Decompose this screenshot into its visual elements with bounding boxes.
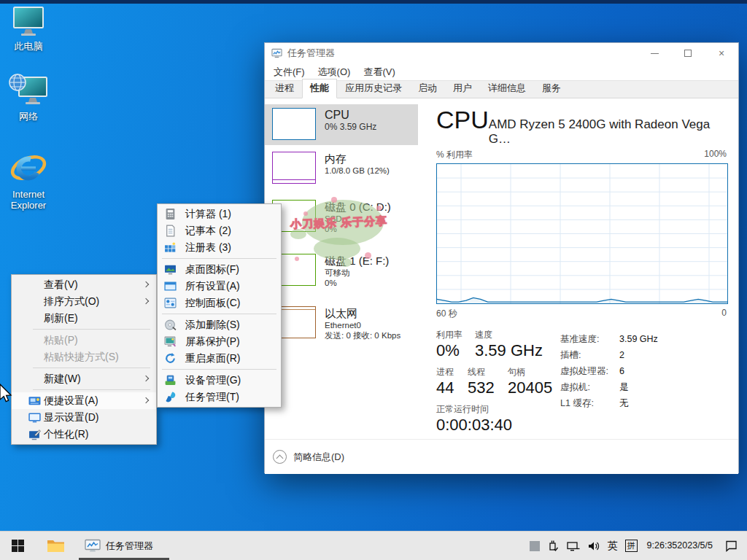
desktop-icon-internet-explorer[interactable]: Internet Explorer bbox=[0, 151, 57, 211]
submenu-item-registry[interactable]: 注册表 (3) bbox=[158, 239, 281, 256]
sidebar-item-memory[interactable]: 内存 1.0/8.0 GB (12%) bbox=[265, 148, 418, 189]
clock-time: 9:26:35 bbox=[647, 540, 678, 551]
clock-date: 2023/5/5 bbox=[677, 540, 713, 551]
desktop-icon-label: 网络 bbox=[0, 111, 57, 122]
submenu-item-notepad[interactable]: 记事本 (2) bbox=[158, 222, 281, 239]
desktop-icon-label: Internet Explorer bbox=[0, 189, 57, 211]
minimize-button[interactable] bbox=[638, 43, 671, 63]
menu-separator bbox=[162, 314, 276, 314]
maximize-button[interactable] bbox=[671, 43, 705, 63]
menu-item-personalize[interactable]: 个性化(R) bbox=[12, 426, 156, 443]
start-button[interactable] bbox=[0, 532, 35, 560]
menu-item-paste: 粘贴(P) bbox=[12, 332, 156, 349]
menu-options[interactable]: 选项(O) bbox=[311, 66, 357, 79]
control-panel-icon bbox=[164, 297, 177, 309]
menu-item-paste-shortcut: 粘贴快捷方式(S) bbox=[12, 349, 156, 365]
menu-separator bbox=[33, 329, 150, 330]
chart-zero-label: 0 bbox=[721, 308, 727, 320]
tray-clock[interactable]: 9:26:35 2023/5/5 bbox=[641, 532, 719, 560]
task-manager-icon bbox=[85, 539, 101, 553]
chart-axis-label: % 利用率 bbox=[436, 149, 473, 161]
menu-item-quick-settings[interactable]: 便捷设置(A) bbox=[12, 392, 156, 409]
menu-item-new[interactable]: 新建(W) bbox=[12, 370, 156, 387]
tray-hidden-icons[interactable] bbox=[526, 532, 543, 560]
screensaver-icon bbox=[164, 335, 177, 348]
submenu-item-calculator[interactable]: 计算器 (1) bbox=[158, 206, 281, 222]
tab-app-history[interactable]: 应用历史记录 bbox=[337, 79, 410, 98]
all-settings-icon bbox=[164, 280, 177, 292]
menu-item-sort-by[interactable]: 排序方式(O) bbox=[12, 293, 156, 310]
titlebar: 任务管理器 × bbox=[265, 43, 738, 63]
chevron-right-icon bbox=[143, 298, 149, 304]
performance-sidebar: CPU 0% 3.59 GHz 内存 1.0/8.0 GB (12%) 磁盘 0… bbox=[265, 98, 418, 439]
submenu-item-restart-desktop[interactable]: 重启桌面(R) bbox=[158, 350, 281, 367]
sidebar-item-ethernet[interactable]: 以太网 Ethernet0 发送: 0 接收: 0 Kbps bbox=[265, 303, 418, 348]
cpu-usage-chart bbox=[436, 163, 727, 306]
cpu-heading: CPU bbox=[436, 106, 489, 134]
tab-details[interactable]: 详细信息 bbox=[480, 79, 534, 98]
menu-file[interactable]: 文件(F) bbox=[267, 66, 311, 79]
tab-strip: 进程 性能 应用历史记录 启动 用户 详细信息 服务 bbox=[265, 80, 738, 98]
tab-services[interactable]: 服务 bbox=[534, 79, 569, 98]
task-manager-window: 任务管理器 × 文件(F) 选项(O) 查看(V) 进程 性能 应用历史记录 启… bbox=[264, 42, 739, 473]
action-center-icon bbox=[724, 540, 738, 552]
menu-view[interactable]: 查看(V) bbox=[357, 66, 401, 79]
submenu-item-device-manager[interactable]: 设备管理(G) bbox=[158, 372, 281, 389]
this-pc-icon bbox=[12, 6, 45, 38]
stat-handles: 句柄 20405 bbox=[508, 367, 552, 397]
summary-view-toggle[interactable]: 简略信息(D) bbox=[265, 439, 738, 474]
desktop-icon-network[interactable]: 网络 bbox=[0, 73, 57, 122]
internet-explorer-icon bbox=[10, 151, 47, 186]
restart-desktop-icon bbox=[164, 352, 177, 365]
submenu-item-task-manage[interactable]: 任务管理(T) bbox=[158, 389, 281, 405]
menu-separator bbox=[33, 389, 150, 390]
submenu-item-control-panel[interactable]: 控制面板(C) bbox=[158, 295, 281, 311]
submenu-item-screensaver[interactable]: 屏幕保护(P) bbox=[158, 333, 281, 350]
cpu-panel: CPU AMD Ryzen 5 2400G with Radeon Vega G… bbox=[424, 98, 738, 439]
menu-item-display-settings[interactable]: 显示设置(D) bbox=[12, 409, 156, 426]
chevron-right-icon bbox=[143, 376, 149, 381]
taskbar-task-manager-button[interactable]: 任务管理器 bbox=[79, 532, 169, 560]
device-manager-icon bbox=[164, 374, 177, 386]
network-icon bbox=[8, 73, 49, 108]
tray-ime-indicator[interactable]: 拼 bbox=[622, 532, 641, 560]
cpu-model: AMD Ryzen 5 2400G with Radeon Vega G… bbox=[489, 117, 727, 147]
tray-language-indicator[interactable]: 英 bbox=[604, 532, 622, 560]
sidebar-item-cpu[interactable]: CPU 0% 3.59 GHz bbox=[265, 104, 418, 145]
cpu-thumbnail bbox=[272, 108, 316, 140]
add-remove-programs-icon bbox=[164, 319, 177, 331]
file-explorer-button[interactable] bbox=[38, 532, 73, 560]
sidebar-item-disk0[interactable]: 磁盘 0 (C: D:) SSD 0% bbox=[265, 196, 418, 241]
tray-network[interactable] bbox=[562, 532, 584, 560]
submenu-item-add-remove[interactable]: 添加删除(S) bbox=[158, 316, 281, 333]
tab-users[interactable]: 用户 bbox=[445, 79, 480, 98]
stat-speed: 速度 3.59 GHz bbox=[475, 330, 543, 360]
windows-logo-icon bbox=[12, 540, 24, 552]
tab-processes[interactable]: 进程 bbox=[267, 79, 302, 98]
notepad-icon bbox=[164, 225, 177, 237]
submenu-item-desktop-icons[interactable]: 桌面图标(F) bbox=[158, 261, 281, 278]
usb-eject-icon bbox=[547, 540, 559, 552]
menu-item-refresh[interactable]: 刷新(E) bbox=[12, 310, 156, 327]
tab-startup[interactable]: 启动 bbox=[410, 79, 445, 98]
mouse-cursor bbox=[0, 384, 13, 404]
taskbar: 任务管理器 bbox=[0, 531, 747, 560]
folder-icon bbox=[47, 539, 65, 553]
tab-performance[interactable]: 性能 bbox=[302, 79, 337, 98]
tray-usb[interactable] bbox=[543, 532, 562, 560]
tray-volume[interactable] bbox=[584, 532, 604, 560]
cpu-spec-list: 基准速度:3.59 GHz 插槽:2 虚拟处理器:6 虚拟机:是 L1 缓存:无 bbox=[560, 331, 658, 411]
display-settings-icon bbox=[28, 411, 41, 424]
network-tray-icon bbox=[566, 540, 580, 552]
menu-item-view[interactable]: 查看(V) bbox=[12, 276, 156, 293]
submenu-item-all-settings[interactable]: 所有设置(A) bbox=[158, 278, 281, 295]
menu-separator bbox=[33, 368, 150, 368]
action-center-button[interactable] bbox=[719, 532, 747, 560]
chart-max-label: 100% bbox=[704, 149, 727, 161]
desktop-icon-label: 此电脑 bbox=[0, 41, 57, 52]
desktop-icon-this-pc[interactable]: 此电脑 bbox=[0, 6, 57, 52]
task-button-label: 任务管理器 bbox=[106, 540, 153, 553]
sidebar-item-disk1[interactable]: 磁盘 1 (E: F:) 可移动 0% bbox=[265, 250, 418, 295]
close-button[interactable]: × bbox=[705, 43, 738, 63]
chart-time-label: 60 秒 bbox=[436, 308, 457, 320]
